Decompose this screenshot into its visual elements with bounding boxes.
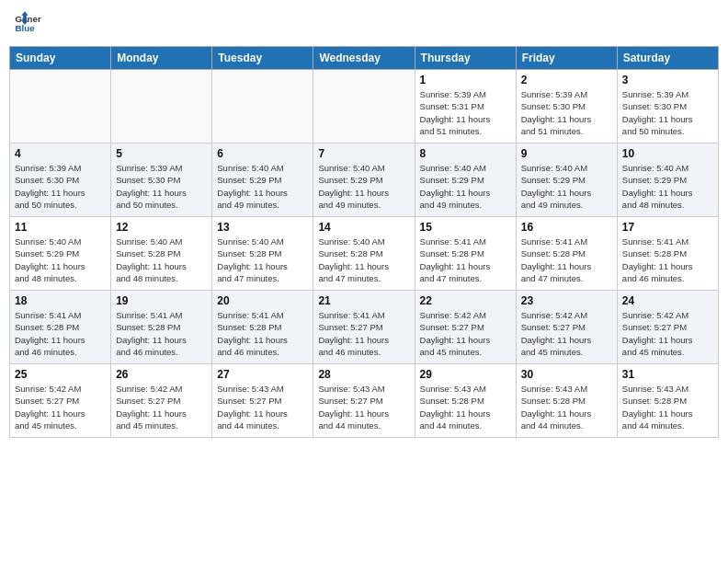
day-info: Sunrise: 5:40 AM Sunset: 5:28 PM Dayligh… xyxy=(217,236,308,284)
day-cell xyxy=(313,70,415,144)
week-row-1: 1Sunrise: 5:39 AM Sunset: 5:31 PM Daylig… xyxy=(10,70,719,144)
day-info: Sunrise: 5:39 AM Sunset: 5:30 PM Dayligh… xyxy=(116,162,207,211)
day-cell: 27Sunrise: 5:43 AM Sunset: 5:27 PM Dayli… xyxy=(212,364,313,438)
weekday-row: SundayMondayTuesdayWednesdayThursdayFrid… xyxy=(10,47,719,70)
day-cell: 13Sunrise: 5:40 AM Sunset: 5:28 PM Dayli… xyxy=(212,217,313,291)
day-number: 17 xyxy=(622,221,713,234)
day-cell: 2Sunrise: 5:39 AM Sunset: 5:30 PM Daylig… xyxy=(516,70,617,144)
day-info: Sunrise: 5:40 AM Sunset: 5:29 PM Dayligh… xyxy=(420,162,511,211)
day-cell: 12Sunrise: 5:40 AM Sunset: 5:28 PM Dayli… xyxy=(111,217,212,291)
day-info: Sunrise: 5:43 AM Sunset: 5:28 PM Dayligh… xyxy=(521,383,612,431)
day-info: Sunrise: 5:43 AM Sunset: 5:27 PM Dayligh… xyxy=(318,383,409,431)
day-number: 12 xyxy=(116,221,207,234)
day-info: Sunrise: 5:39 AM Sunset: 5:31 PM Dayligh… xyxy=(420,88,511,137)
day-cell: 17Sunrise: 5:41 AM Sunset: 5:28 PM Dayli… xyxy=(617,217,718,291)
day-number: 24 xyxy=(622,294,713,307)
day-cell: 9Sunrise: 5:40 AM Sunset: 5:29 PM Daylig… xyxy=(516,144,617,217)
day-info: Sunrise: 5:41 AM Sunset: 5:28 PM Dayligh… xyxy=(15,309,106,358)
day-cell: 25Sunrise: 5:42 AM Sunset: 5:27 PM Dayli… xyxy=(10,364,111,438)
day-number: 2 xyxy=(521,74,612,86)
day-number: 30 xyxy=(521,368,612,381)
day-cell xyxy=(111,70,212,144)
day-cell xyxy=(212,70,313,144)
day-cell: 15Sunrise: 5:41 AM Sunset: 5:28 PM Dayli… xyxy=(415,217,516,291)
day-cell: 24Sunrise: 5:42 AM Sunset: 5:27 PM Dayli… xyxy=(617,291,718,364)
weekday-header-monday: Monday xyxy=(111,47,212,70)
day-cell: 23Sunrise: 5:42 AM Sunset: 5:27 PM Dayli… xyxy=(516,291,617,364)
day-number: 8 xyxy=(420,147,511,160)
day-cell: 4Sunrise: 5:39 AM Sunset: 5:30 PM Daylig… xyxy=(10,144,111,217)
day-info: Sunrise: 5:41 AM Sunset: 5:28 PM Dayligh… xyxy=(521,236,612,284)
day-number: 13 xyxy=(217,221,308,234)
day-number: 15 xyxy=(420,221,511,234)
day-info: Sunrise: 5:41 AM Sunset: 5:28 PM Dayligh… xyxy=(217,309,308,358)
day-number: 23 xyxy=(521,294,612,307)
day-number: 31 xyxy=(622,368,713,381)
day-cell: 14Sunrise: 5:40 AM Sunset: 5:28 PM Dayli… xyxy=(313,217,415,291)
day-info: Sunrise: 5:40 AM Sunset: 5:29 PM Dayligh… xyxy=(521,162,612,211)
day-number: 20 xyxy=(217,294,308,307)
day-cell: 1Sunrise: 5:39 AM Sunset: 5:31 PM Daylig… xyxy=(415,70,516,144)
day-info: Sunrise: 5:40 AM Sunset: 5:29 PM Dayligh… xyxy=(622,162,713,211)
day-cell: 30Sunrise: 5:43 AM Sunset: 5:28 PM Dayli… xyxy=(516,364,617,438)
week-row-2: 4Sunrise: 5:39 AM Sunset: 5:30 PM Daylig… xyxy=(10,144,719,217)
day-info: Sunrise: 5:42 AM Sunset: 5:27 PM Dayligh… xyxy=(116,383,207,431)
day-info: Sunrise: 5:42 AM Sunset: 5:27 PM Dayligh… xyxy=(420,309,511,358)
logo: General Blue xyxy=(14,9,45,37)
day-cell: 11Sunrise: 5:40 AM Sunset: 5:29 PM Dayli… xyxy=(10,217,111,291)
day-info: Sunrise: 5:40 AM Sunset: 5:29 PM Dayligh… xyxy=(318,162,409,211)
day-number: 28 xyxy=(318,368,409,381)
day-number: 19 xyxy=(116,294,207,307)
day-cell: 19Sunrise: 5:41 AM Sunset: 5:28 PM Dayli… xyxy=(111,291,212,364)
weekday-header-thursday: Thursday xyxy=(415,47,516,70)
day-info: Sunrise: 5:39 AM Sunset: 5:30 PM Dayligh… xyxy=(15,162,106,211)
day-cell: 28Sunrise: 5:43 AM Sunset: 5:27 PM Dayli… xyxy=(313,364,415,438)
weekday-header-friday: Friday xyxy=(516,47,617,70)
page-header: General Blue xyxy=(9,9,719,37)
weekday-header-sunday: Sunday xyxy=(10,47,111,70)
day-number: 18 xyxy=(15,294,106,307)
logo-icon: General Blue xyxy=(14,9,41,37)
day-cell: 18Sunrise: 5:41 AM Sunset: 5:28 PM Dayli… xyxy=(10,291,111,364)
day-number: 11 xyxy=(15,221,106,234)
day-cell: 26Sunrise: 5:42 AM Sunset: 5:27 PM Dayli… xyxy=(111,364,212,438)
weekday-header-wednesday: Wednesday xyxy=(313,47,415,70)
day-info: Sunrise: 5:40 AM Sunset: 5:29 PM Dayligh… xyxy=(217,162,308,211)
day-cell: 20Sunrise: 5:41 AM Sunset: 5:28 PM Dayli… xyxy=(212,291,313,364)
svg-text:General: General xyxy=(16,14,42,24)
day-cell: 8Sunrise: 5:40 AM Sunset: 5:29 PM Daylig… xyxy=(415,144,516,217)
day-info: Sunrise: 5:41 AM Sunset: 5:27 PM Dayligh… xyxy=(318,309,409,358)
day-number: 7 xyxy=(318,147,409,160)
day-cell: 6Sunrise: 5:40 AM Sunset: 5:29 PM Daylig… xyxy=(212,144,313,217)
day-info: Sunrise: 5:42 AM Sunset: 5:27 PM Dayligh… xyxy=(15,383,106,431)
day-info: Sunrise: 5:43 AM Sunset: 5:27 PM Dayligh… xyxy=(217,383,308,431)
day-number: 26 xyxy=(116,368,207,381)
day-cell: 29Sunrise: 5:43 AM Sunset: 5:28 PM Dayli… xyxy=(415,364,516,438)
day-number: 27 xyxy=(217,368,308,381)
day-cell: 31Sunrise: 5:43 AM Sunset: 5:28 PM Dayli… xyxy=(617,364,718,438)
week-row-3: 11Sunrise: 5:40 AM Sunset: 5:29 PM Dayli… xyxy=(10,217,719,291)
day-info: Sunrise: 5:42 AM Sunset: 5:27 PM Dayligh… xyxy=(521,309,612,358)
day-number: 21 xyxy=(318,294,409,307)
day-number: 3 xyxy=(622,74,713,86)
day-cell: 16Sunrise: 5:41 AM Sunset: 5:28 PM Dayli… xyxy=(516,217,617,291)
day-number: 9 xyxy=(521,147,612,160)
day-cell: 22Sunrise: 5:42 AM Sunset: 5:27 PM Dayli… xyxy=(415,291,516,364)
day-number: 16 xyxy=(521,221,612,234)
day-cell: 3Sunrise: 5:39 AM Sunset: 5:30 PM Daylig… xyxy=(617,70,718,144)
day-cell: 10Sunrise: 5:40 AM Sunset: 5:29 PM Dayli… xyxy=(617,144,718,217)
weekday-header-saturday: Saturday xyxy=(617,47,718,70)
day-cell xyxy=(10,70,111,144)
day-cell: 5Sunrise: 5:39 AM Sunset: 5:30 PM Daylig… xyxy=(111,144,212,217)
day-info: Sunrise: 5:40 AM Sunset: 5:28 PM Dayligh… xyxy=(318,236,409,284)
week-row-4: 18Sunrise: 5:41 AM Sunset: 5:28 PM Dayli… xyxy=(10,291,719,364)
day-cell: 21Sunrise: 5:41 AM Sunset: 5:27 PM Dayli… xyxy=(313,291,415,364)
calendar-table: SundayMondayTuesdayWednesdayThursdayFrid… xyxy=(9,46,719,438)
day-cell: 7Sunrise: 5:40 AM Sunset: 5:29 PM Daylig… xyxy=(313,144,415,217)
day-number: 4 xyxy=(15,147,106,160)
calendar-header: SundayMondayTuesdayWednesdayThursdayFrid… xyxy=(10,47,719,70)
day-number: 14 xyxy=(318,221,409,234)
weekday-header-tuesday: Tuesday xyxy=(212,47,313,70)
day-number: 10 xyxy=(622,147,713,160)
day-info: Sunrise: 5:43 AM Sunset: 5:28 PM Dayligh… xyxy=(622,383,713,431)
